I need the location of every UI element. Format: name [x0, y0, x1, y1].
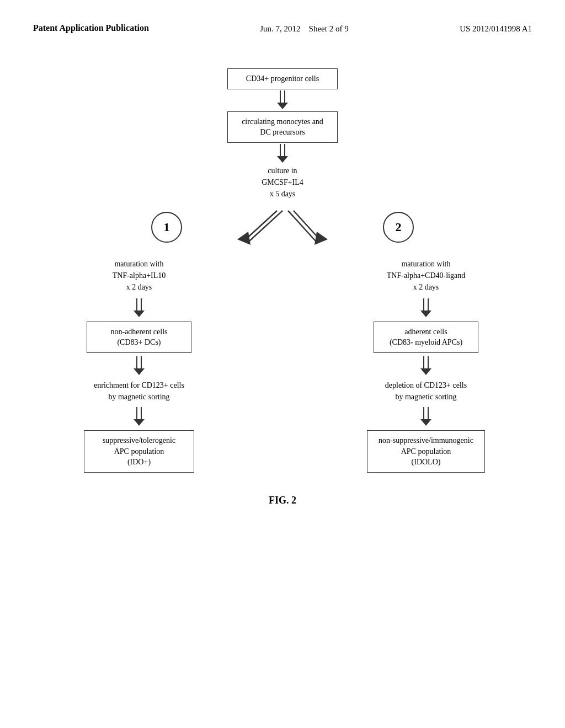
svg-marker-29: [420, 419, 431, 426]
arrows-row-4: [33, 355, 532, 377]
non-suppressive-box: non-suppressive/immunogenic APC populati…: [367, 430, 485, 473]
final-boxes-row: suppressive/tolerogenic APC population (…: [33, 430, 532, 473]
patent-number: US 2012/0141998 A1: [460, 24, 532, 33]
svg-marker-20: [134, 368, 145, 375]
arrow-1: [274, 90, 291, 110]
diagonal-arrows: [227, 205, 338, 249]
arrow-right-4: [418, 356, 434, 376]
diag-arrows-container: [222, 205, 343, 249]
arrows-row-2: [33, 297, 532, 319]
circle-2: 2: [383, 212, 414, 243]
svg-marker-26: [134, 419, 145, 426]
page: Patent Application Publication Jun. 7, 2…: [0, 0, 565, 728]
arrow-right-3: [418, 298, 434, 318]
header-center: Jun. 7, 2012 Sheet 2 of 9: [260, 22, 348, 35]
arrow-left-4: [131, 356, 147, 376]
right-circle-container: 2: [343, 212, 454, 243]
arrows-row-5: [33, 406, 532, 428]
svg-marker-11: [315, 232, 328, 245]
svg-line-9: [288, 211, 316, 241]
enrichment-label: enrichment for CD123+ cells by magnetic …: [94, 379, 184, 403]
adherent-box: adherent cells (CD83- myeloid APCs): [374, 322, 478, 353]
suppressive-box: suppressive/tolerogenic APC population (…: [84, 430, 194, 473]
culture-label: culture in GMCSF+IL4 x 5 days: [262, 165, 303, 200]
sheet-info: Sheet 2 of 9: [309, 24, 349, 33]
svg-marker-17: [420, 311, 431, 317]
svg-line-7: [249, 211, 282, 241]
header: Patent Application Publication Jun. 7, 2…: [33, 22, 532, 35]
cells-boxes-row: non-adherent cells (CD83+ DCs) adherent …: [33, 322, 532, 353]
header-right: US 2012/0141998 A1: [460, 22, 532, 35]
right-maturation: maturation with TNF-alpha+CD40-ligand x …: [338, 258, 514, 293]
arrow-2: [274, 144, 291, 164]
split-circles-row: 1: [33, 205, 532, 249]
monocytes-box: circulating monocytes and DC precursors: [227, 111, 338, 143]
svg-marker-2: [277, 103, 288, 109]
circle-1: 1: [151, 212, 182, 243]
svg-marker-14: [134, 311, 145, 317]
maturation-row: maturation with TNF-alpha+IL10 x 2 days …: [33, 258, 532, 293]
pub-date: Jun. 7, 2012: [260, 24, 300, 33]
left-circle-container: 1: [111, 212, 222, 243]
publication-title: Patent Application Publication: [33, 23, 149, 33]
arrow-left-3: [131, 298, 147, 318]
non-adherent-box: non-adherent cells (CD83+ DCs): [87, 322, 191, 353]
svg-marker-23: [420, 368, 431, 375]
arrow-left-5: [131, 407, 147, 427]
depletion-label: depletion of CD123+ cells by magnetic so…: [385, 379, 467, 403]
header-left: Patent Application Publication: [33, 22, 149, 34]
figure-label: FIG. 2: [269, 495, 296, 506]
left-maturation: maturation with TNF-alpha+IL10 x 2 days: [51, 258, 227, 293]
enrichment-row: enrichment for CD123+ cells by magnetic …: [33, 379, 532, 403]
svg-marker-8: [237, 232, 250, 245]
diagram: CD34+ progenitor cells circulating monoc…: [33, 68, 532, 506]
svg-marker-5: [277, 156, 288, 163]
top-box: CD34+ progenitor cells: [227, 68, 338, 89]
arrow-right-5: [418, 407, 434, 427]
